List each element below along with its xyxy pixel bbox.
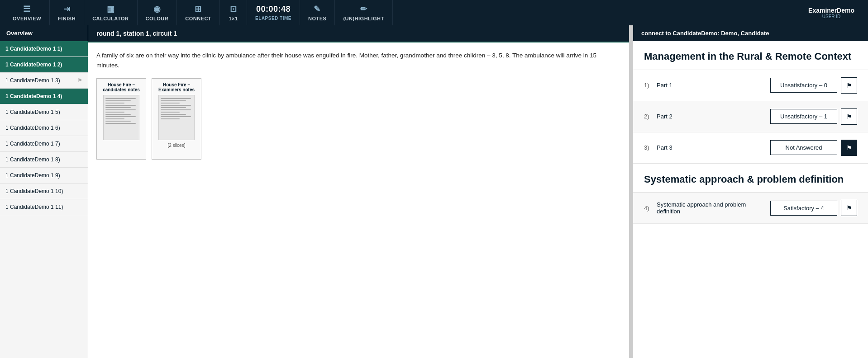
1x1-icon: ⊡ [230,4,237,14]
nav-1x1[interactable]: ⊡ 1×1 [220,0,247,25]
nav-connect[interactable]: ⊞ CONNECT [177,0,220,25]
assessment-num: 4) [644,205,657,212]
assessment-row-section2-0: 4)Systematic approach and problem defini… [633,193,868,224]
unhighlight-icon: ✏ [360,4,367,14]
nav-calculator[interactable]: ▦ CALCULATOR [84,0,137,25]
score-button[interactable]: Not Answered [770,140,837,155]
sidebar-item-item10[interactable]: 1 CandidateDemo 1 10) [0,184,88,199]
flag-icon: ⚑ [77,77,82,84]
sidebar-item-label: 1 CandidateDemo 1 10) [5,188,63,194]
calculator-icon: ▦ [107,4,115,14]
doc-card-1[interactable]: House Fire – candidates notes [96,78,146,160]
sidebar-item-item9[interactable]: 1 CandidateDemo 1 9) [0,168,88,184]
notes-icon: ✎ [314,4,321,14]
assessment-row-section1-0: 1)Part 1Unsatisfactory – 0⚑ [633,70,868,101]
center-body: A family of six are on their way into th… [88,42,629,358]
nav-unhighlight[interactable]: ✏ (UN)HIGHLIGHT [335,0,392,25]
nav-finish-label: FINISH [58,16,76,21]
score-button[interactable]: Unsatisfactory – 1 [770,109,837,124]
sidebar-item-label: 1 CandidateDemo 1 9) [5,172,60,179]
sidebar-items: 1 CandidateDemo 1 1)1 CandidateDemo 1 2)… [0,41,88,215]
assessment-num: 1) [644,82,657,89]
assessment-row-section1-2: 3)Part 3Not Answered⚑ [633,132,868,164]
flag-button[interactable]: ⚑ [841,77,857,94]
right-header: connect to CandidateDemo: Demo, Candidat… [633,25,868,41]
overview-icon: ☰ [23,4,31,14]
sidebar-item-label: 1 CandidateDemo 1 7) [5,141,60,147]
sidebar-header: Overview [0,25,88,41]
flag-button[interactable]: ⚑ [841,140,857,156]
colour-icon: ◉ [153,4,161,14]
sidebar: Overview 1 CandidateDemo 1 1)1 Candidate… [0,25,88,358]
sidebar-item-item3[interactable]: 1 CandidateDemo 1 3)⚑ [0,73,88,89]
sidebar-item-item8[interactable]: 1 CandidateDemo 1 8) [0,152,88,168]
score-button[interactable]: Unsatisfactory – 0 [770,78,837,93]
center-header: round 1, station 1, circuit 1 [88,25,629,42]
doc-card-2[interactable]: House Fire – Examiners notes [152,78,201,160]
score-button[interactable]: Satisfactory – 4 [770,201,837,216]
finish-icon: ⇥ [63,4,71,14]
nav-calculator-label: CALCULATOR [92,16,129,21]
main-layout: Overview 1 CandidateDemo 1 1)1 Candidate… [0,25,868,358]
doc2-lines [159,95,194,123]
sidebar-item-label: 1 CandidateDemo 1 8) [5,156,60,163]
doc2-thumbnail [158,95,195,140]
docs-row: House Fire – candidates notes [96,78,621,160]
sidebar-item-item6[interactable]: 1 CandidateDemo 1 6) [0,120,88,136]
sidebar-item-item2[interactable]: 1 CandidateDemo 1 2) [0,57,88,73]
doc1-title: House Fire – candidates notes [100,82,142,92]
nav-1x1-label: 1×1 [229,16,238,21]
sidebar-item-label: 1 CandidateDemo 1 2) [5,61,62,68]
scenario-text: A family of six are on their way into th… [96,51,621,70]
connect-icon: ⊞ [195,4,202,14]
section-title-section2: Systematic approach & problem definition [633,164,868,193]
user-info: ExaminerDemo USER ID [799,7,863,19]
timer-value: 00:00:48 [256,5,291,14]
right-body: Management in the Rural & Remote Context… [633,41,868,358]
center-panel: round 1, station 1, circuit 1 A family o… [88,25,629,358]
assessment-row-section1-1: 2)Part 2Unsatisfactory – 1⚑ [633,101,868,132]
nav-unhighlight-label: (UN)HIGHLIGHT [343,16,384,21]
sidebar-item-label: 1 CandidateDemo 1 1) [5,46,62,52]
nav-overview[interactable]: ☰ OVERVIEW [5,0,50,25]
sidebar-item-item11[interactable]: 1 CandidateDemo 1 11) [0,199,88,215]
doc1-thumbnail [103,95,139,140]
sidebar-item-item4[interactable]: 1 CandidateDemo 1 4) [0,89,88,104]
section-title-section1: Management in the Rural & Remote Context [633,41,868,70]
sidebar-item-item1[interactable]: 1 CandidateDemo 1 1) [0,41,88,57]
nav-overview-label: OVERVIEW [13,16,41,21]
assessment-num: 3) [644,144,657,151]
sidebar-item-label: 1 CandidateDemo 1 6) [5,125,60,131]
user-id-label: USER ID [822,14,841,19]
elapsed-time: 00:00:48 ELAPSED TIME [247,0,300,25]
assessment-label: Systematic approach and problem definiti… [657,201,770,215]
doc2-title: House Fire – Examiners notes [156,82,197,92]
assessment-label: Part 1 [657,82,770,89]
sidebar-item-label: 1 CandidateDemo 1 5) [5,109,60,115]
nav-notes[interactable]: ✎ NOTES [300,0,335,25]
sidebar-item-label: 1 CandidateDemo 1 4) [5,93,62,99]
nav-notes-label: NOTES [308,16,326,21]
doc1-lines [104,95,139,128]
panel-divider[interactable] [629,25,633,358]
timer-label: ELAPSED TIME [255,16,291,21]
sidebar-item-item7[interactable]: 1 CandidateDemo 1 7) [0,136,88,152]
right-panel: connect to CandidateDemo: Demo, Candidat… [633,25,868,358]
doc2-slices: [2 slices] [168,143,186,148]
nav-connect-label: CONNECT [185,16,211,21]
flag-button[interactable]: ⚑ [841,200,857,216]
nav-colour[interactable]: ◉ COLOUR [138,0,177,25]
top-navigation: ☰ OVERVIEW ⇥ FINISH ▦ CALCULATOR ◉ COLOU… [0,0,868,25]
nav-colour-label: COLOUR [146,16,169,21]
assessment-label: Part 3 [657,144,770,151]
sidebar-item-item5[interactable]: 1 CandidateDemo 1 5) [0,104,88,120]
assessment-label: Part 2 [657,113,770,120]
assessment-num: 2) [644,113,657,120]
nav-finish[interactable]: ⇥ FINISH [50,0,84,25]
sidebar-item-label: 1 CandidateDemo 1 11) [5,204,63,210]
sidebar-item-label: 1 CandidateDemo 1 3) [5,77,60,84]
user-name: ExaminerDemo [808,7,854,14]
flag-button[interactable]: ⚑ [841,108,857,125]
